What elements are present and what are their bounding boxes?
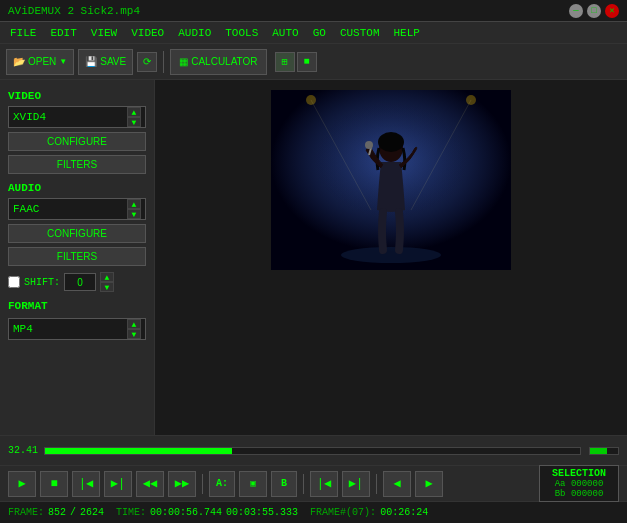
menu-audio[interactable]: Audio [172, 25, 217, 41]
goto-start-button[interactable]: |◀ [310, 471, 338, 497]
prev-key-button[interactable]: |◀ [72, 471, 100, 497]
menu-tools[interactable]: Tools [219, 25, 264, 41]
menu-video[interactable]: Video [125, 25, 170, 41]
audio-codec-arrows[interactable]: ▲ ▼ [127, 199, 141, 219]
video-configure-button[interactable]: Configure [8, 132, 146, 151]
icon-btn-1[interactable]: ⊞ [275, 52, 295, 72]
format-dropdown[interactable]: MP4 ▲ ▼ [8, 318, 146, 340]
audio-configure-button[interactable]: Configure [8, 224, 146, 243]
selection-panel: Selection Aa 000000 Bb 000000 [539, 465, 619, 502]
duration-value: 00:03:55.333 [226, 507, 298, 518]
video-codec-dropdown[interactable]: XVID4 ▲ ▼ [8, 106, 146, 128]
progress-label: 32.41 [8, 445, 36, 456]
menubar: File Edit View Video Audio Tools Auto Go… [0, 22, 627, 44]
audio-section-label: Audio [8, 182, 146, 194]
shift-input[interactable]: 0 [64, 273, 96, 291]
minimize-button[interactable]: ─ [569, 4, 583, 18]
open-button[interactable]: 📂 Open ▼ [6, 49, 74, 75]
time-status: Time: 00:00:56.744 00:03:55.333 [116, 507, 298, 518]
frame-separator: / [70, 507, 76, 518]
selection-a-label: Aa 000000 [555, 479, 604, 489]
menu-custom[interactable]: Custom [334, 25, 386, 41]
framep-value: 00:26:24 [380, 507, 428, 518]
controls-separator-1 [202, 474, 203, 494]
format-arrows[interactable]: ▲ ▼ [127, 319, 141, 339]
audio-codec-down[interactable]: ▼ [127, 209, 141, 219]
next-frame-button[interactable]: ▶ [415, 471, 443, 497]
extra-button[interactable]: ⟳ [137, 52, 157, 72]
svg-point-5 [378, 132, 404, 152]
controls-separator-2 [303, 474, 304, 494]
format-up[interactable]: ▲ [127, 319, 141, 329]
format-section-label: Format [8, 300, 146, 312]
shift-down[interactable]: ▼ [100, 282, 114, 292]
format-down[interactable]: ▼ [127, 329, 141, 339]
video-codec-arrows[interactable]: ▲ ▼ [127, 107, 141, 127]
main-layout: Video XVID4 ▲ ▼ Configure Filters Audio … [0, 80, 627, 435]
controls-separator-3 [376, 474, 377, 494]
video-preview [271, 90, 511, 270]
ab-b-button[interactable]: B [271, 471, 297, 497]
menu-auto[interactable]: Auto [266, 25, 304, 41]
ab-a-button[interactable]: A: [209, 471, 235, 497]
video-filters-button[interactable]: Filters [8, 155, 146, 174]
icon-btn-2[interactable]: ■ [297, 52, 317, 72]
forward-button[interactable]: ▶▶ [168, 471, 196, 497]
shift-up[interactable]: ▲ [100, 272, 114, 282]
svg-point-3 [341, 247, 441, 263]
shift-checkbox[interactable] [8, 276, 20, 288]
rewind-button[interactable]: ◀◀ [136, 471, 164, 497]
open-dropdown-arrow[interactable]: ▼ [59, 57, 67, 66]
maximize-button[interactable]: □ [587, 4, 601, 18]
stop-button[interactable]: ■ [40, 471, 68, 497]
titlebar: AViDEMUX 2 Sick2.mp4 ─ □ ✕ [0, 0, 627, 22]
menu-go[interactable]: Go [307, 25, 332, 41]
prev-frame-button[interactable]: ◀ [383, 471, 411, 497]
progress-right-fill [590, 448, 607, 454]
shift-label: Shift: [24, 277, 60, 288]
video-codec-up[interactable]: ▲ [127, 107, 141, 117]
menu-view[interactable]: View [85, 25, 123, 41]
framep-status: Frame#(07): 00:26:24 [310, 507, 428, 518]
audio-filters-button[interactable]: Filters [8, 247, 146, 266]
left-panel: Video XVID4 ▲ ▼ Configure Filters Audio … [0, 80, 155, 435]
shift-spin[interactable]: ▲ ▼ [100, 272, 114, 292]
menu-file[interactable]: File [4, 25, 42, 41]
controls-bar: ▶ ■ |◀ ▶| ◀◀ ▶▶ A: ▣ B |◀ ▶| ◀ ▶ Selecti… [0, 465, 627, 501]
frame-label: Frame: [8, 507, 44, 518]
calculator-icon: ▦ [179, 56, 188, 67]
frame-value: 852 [48, 507, 66, 518]
ab-b-label: B [281, 478, 287, 489]
titlebar-title: AViDEMUX 2 Sick2.mp4 [8, 5, 569, 17]
selection-values: Aa 000000 [555, 479, 604, 489]
selection-b-label: Bb 000000 [555, 489, 604, 499]
time-label: Time: [116, 507, 146, 518]
next-key-button[interactable]: ▶| [104, 471, 132, 497]
audio-codec-label: FAAC [13, 203, 39, 215]
framep-label: Frame#(07): [310, 507, 376, 518]
progress-right[interactable] [589, 447, 619, 455]
toolbar: 📂 Open ▼ 💾 Save ⟳ ▦ Calculator ⊞ ■ [0, 44, 627, 80]
ab-marker-a[interactable]: ▣ [239, 471, 267, 497]
audio-codec-dropdown[interactable]: FAAC ▲ ▼ [8, 198, 146, 220]
menu-edit[interactable]: Edit [44, 25, 82, 41]
audio-codec-up[interactable]: ▲ [127, 199, 141, 209]
svg-point-7 [365, 141, 373, 149]
calculator-button[interactable]: ▦ Calculator [170, 49, 266, 75]
video-codec-down[interactable]: ▼ [127, 117, 141, 127]
ab-a-label: A: [216, 478, 228, 489]
selection-title: Selection [552, 468, 606, 479]
status-bar: Frame: 852 / 2624 Time: 00:00:56.744 00:… [0, 501, 627, 523]
play-button[interactable]: ▶ [8, 471, 36, 497]
video-content-svg [271, 90, 511, 270]
titlebar-controls: ─ □ ✕ [569, 4, 619, 18]
preview-area [155, 80, 627, 435]
total-frames: 2624 [80, 507, 104, 518]
progress-track[interactable] [44, 447, 581, 455]
close-button[interactable]: ✕ [605, 4, 619, 18]
menu-help[interactable]: Help [387, 25, 425, 41]
frame-status: Frame: 852 / 2624 [8, 507, 104, 518]
save-button[interactable]: 💾 Save [78, 49, 133, 75]
goto-end-button[interactable]: ▶| [342, 471, 370, 497]
save-icon: 💾 [85, 56, 97, 67]
